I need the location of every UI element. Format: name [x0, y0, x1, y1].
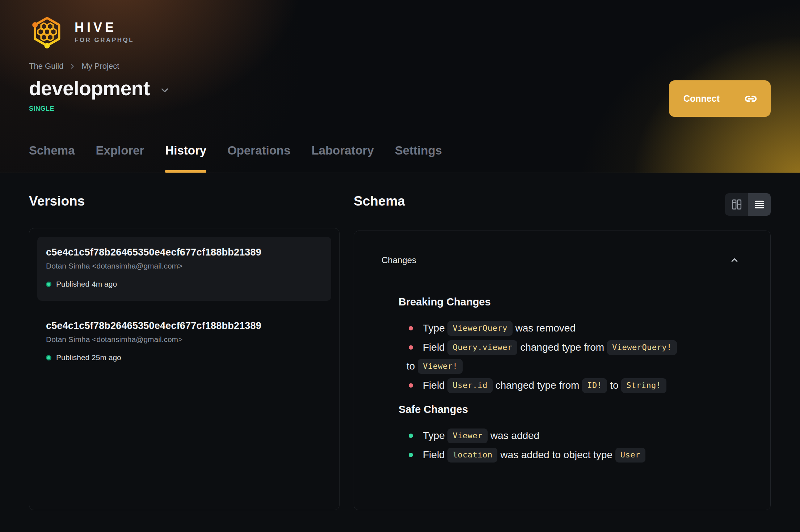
tab-settings[interactable]: Settings: [395, 144, 442, 173]
severity-bullet-icon: [409, 434, 413, 438]
code-chip: Query.viewer: [447, 340, 517, 355]
changes-section-title: Safe Changes: [399, 402, 740, 417]
tab-history[interactable]: History: [165, 144, 206, 173]
hive-logo-icon: [29, 13, 65, 51]
versions-column: Versions c5e4c1c5f78b26465350e4ecf677cf1…: [29, 193, 340, 510]
code-chip: ID!: [582, 378, 607, 393]
change-item: Field User.id changed type from ID! to S…: [407, 376, 740, 395]
version-status: Published 4m ago: [46, 280, 323, 288]
version-hash: c5e4c1c5f78b26465350e4ecf677cf188bb21389: [46, 320, 323, 332]
version-author: Dotan Simha <dotansimha@gmail.com>: [46, 262, 323, 270]
breadcrumb-org[interactable]: The Guild: [29, 62, 63, 71]
tab-operations[interactable]: Operations: [227, 144, 290, 173]
version-card[interactable]: c5e4c1c5f78b26465350e4ecf677cf188bb21389…: [37, 237, 331, 301]
chevron-down-icon[interactable]: [159, 85, 170, 96]
side-by-side-view-icon[interactable]: [725, 193, 748, 216]
breadcrumb: The Guild My Project: [29, 62, 771, 71]
versions-title: Versions: [29, 193, 340, 209]
change-item: Field location was added to object type …: [407, 446, 740, 464]
brand-tagline: FOR GRAPHQL: [75, 37, 134, 44]
code-chip: User: [615, 448, 645, 463]
changes-body: Breaking ChangesType ViewerQuery was rem…: [382, 295, 740, 464]
code-chip: ViewerQuery: [447, 321, 512, 336]
tab-bar: SchemaExplorerHistoryOperationsLaborator…: [29, 144, 442, 173]
hive-logo[interactable]: HIVE FOR GRAPHQL: [29, 13, 134, 51]
tab-explorer[interactable]: Explorer: [96, 144, 144, 173]
change-text: Field location was added to object type …: [407, 446, 740, 464]
changes-section-title: Breaking Changes: [399, 295, 740, 309]
version-list: c5e4c1c5f78b26465350e4ecf677cf188bb21389…: [29, 228, 340, 510]
target-title: development: [29, 77, 150, 100]
changes-section-items: Type Viewer was addedField location was …: [407, 426, 740, 464]
version-status-text: Published 25m ago: [56, 353, 121, 362]
changes-label: Changes: [382, 255, 416, 266]
tab-schema[interactable]: Schema: [29, 144, 75, 173]
target-mode-badge: SINGLE: [29, 105, 771, 113]
version-status: Published 25m ago: [46, 353, 323, 362]
brand-name: HIVE: [75, 20, 134, 35]
schema-column: Schema: [354, 193, 771, 510]
app-header: HIVE FOR GRAPHQL The Guild My Project de…: [0, 0, 800, 173]
code-chip: String!: [621, 378, 666, 393]
severity-bullet-icon: [409, 383, 413, 388]
version-card[interactable]: c5e4c1c5f78b26465350e4ecf677cf188bb21389…: [37, 310, 331, 374]
code-chip: Viewer: [447, 428, 487, 443]
connect-button-label: Connect: [683, 93, 720, 104]
main-content: Versions c5e4c1c5f78b26465350e4ecf677cf1…: [0, 173, 800, 510]
connect-button[interactable]: Connect: [669, 80, 771, 117]
breadcrumb-project[interactable]: My Project: [81, 62, 119, 71]
chevron-right-icon: [68, 62, 76, 70]
tab-laboratory[interactable]: Laboratory: [311, 144, 374, 173]
version-status-text: Published 4m ago: [56, 280, 117, 288]
version-author: Dotan Simha <dotansimha@gmail.com>: [46, 335, 323, 344]
chevron-up-icon[interactable]: [729, 255, 740, 266]
change-text: Type Viewer was added: [407, 426, 740, 445]
schema-title: Schema: [354, 193, 405, 209]
change-item: Type ViewerQuery was removed: [407, 319, 740, 338]
code-chip: location: [447, 448, 497, 463]
severity-bullet-icon: [409, 453, 413, 457]
changes-section-items: Type ViewerQuery was removedField Query.…: [407, 319, 740, 395]
change-text: Field Query.viewer changed type from Vie…: [407, 338, 740, 376]
severity-bullet-icon: [409, 326, 413, 330]
version-hash: c5e4c1c5f78b26465350e4ecf677cf188bb21389: [46, 247, 323, 258]
list-view-icon[interactable]: [748, 193, 771, 216]
change-item: Type Viewer was added: [407, 426, 740, 445]
change-item: Field Query.viewer changed type from Vie…: [407, 338, 740, 376]
changes-panel: Changes Breaking ChangesType ViewerQuery…: [354, 231, 771, 510]
published-dot-icon: [46, 282, 51, 287]
severity-bullet-icon: [409, 345, 413, 350]
published-dot-icon: [46, 355, 51, 360]
change-text: Field User.id changed type from ID! to S…: [407, 376, 740, 395]
code-chip: User.id: [447, 378, 492, 393]
link-icon: [744, 92, 758, 106]
view-toggle: [725, 193, 771, 216]
code-chip: Viewer!: [418, 359, 463, 374]
change-text: Type ViewerQuery was removed: [407, 319, 740, 338]
code-chip: ViewerQuery!: [607, 340, 677, 355]
